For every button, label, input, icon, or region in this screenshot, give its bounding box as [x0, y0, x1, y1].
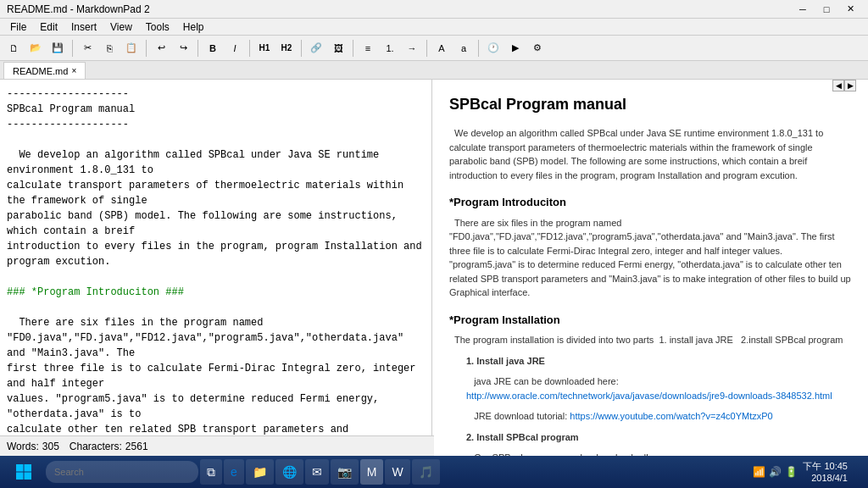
- menu-tools[interactable]: Tools: [139, 19, 176, 35]
- toolbar-sep-8: [478, 40, 479, 57]
- start-button[interactable]: [3, 459, 44, 468]
- ordered-list-button[interactable]: 1.: [380, 38, 400, 58]
- taskbar-search[interactable]: [46, 461, 198, 468]
- close-button[interactable]: ✕: [839, 2, 861, 17]
- taskbar-word[interactable]: W: [385, 459, 409, 468]
- preview-title: SPBcal Program manual: [449, 93, 851, 116]
- title-text: README.md - MarkdownPad 2: [7, 3, 150, 15]
- title-controls: ─ □ ✕: [792, 2, 861, 17]
- preview-installation-intro: The program installation is divided into…: [449, 333, 851, 347]
- preview-jre-label: 1. Install java JRE: [466, 354, 851, 369]
- svg-rect-0: [16, 464, 24, 468]
- cut-button[interactable]: ✂: [77, 38, 97, 58]
- title-bar: README.md - MarkdownPad 2 ─ □ ✕: [0, 0, 868, 19]
- toolbar: 🗋 📂 💾 ✂ ⎘ 📋 ↩ ↪ B I H1 H2 🔗 🖼 ≡ 1. → A a…: [0, 36, 868, 61]
- open-button[interactable]: 📂: [25, 38, 46, 58]
- jre-download-link[interactable]: http://www.oracle.com/technetwork/java/j…: [466, 391, 832, 401]
- editor-content[interactable]: -------------------- SPBcal Program manu…: [7, 86, 425, 468]
- tab-close-button[interactable]: ×: [71, 66, 76, 75]
- words-count: 305: [42, 441, 59, 452]
- taskbar-chrome[interactable]: 🌐: [275, 459, 303, 468]
- pane-next-button[interactable]: ▶: [844, 80, 856, 92]
- taskbar-mail[interactable]: ✉: [305, 459, 329, 468]
- copy-button[interactable]: ⎘: [99, 38, 120, 58]
- taskbar-edge[interactable]: e: [224, 459, 244, 468]
- taskbar-clock[interactable]: 下午 10:45 2018/4/1: [803, 460, 848, 468]
- taskbar-system-icons: 📶 🔊 🔋: [753, 466, 798, 468]
- preview-spb-label: 2. Install SPBcal program: [466, 430, 851, 445]
- chars-count: 2561: [125, 441, 148, 452]
- bold-button[interactable]: B: [203, 38, 223, 58]
- toolbar-sep-1: [72, 40, 73, 57]
- preview-jre-tutorial: JRE download tutorial: https://www.youtu…: [466, 409, 851, 424]
- menu-insert[interactable]: Insert: [64, 19, 103, 35]
- preview-heading-intro: *Program Introduciton: [449, 194, 851, 211]
- preview-pane[interactable]: SPBcal Program manual We develop an algo…: [432, 80, 868, 468]
- new-button[interactable]: 🗋: [3, 38, 24, 58]
- taskbar: ⧉ e 📁 🌐 ✉ 📷 M W 🎵 📶 🔊 🔋 下午 10:45 2018/4/…: [0, 456, 868, 468]
- pane-nav: ◀ ▶: [832, 80, 856, 92]
- menu-help[interactable]: Help: [176, 19, 211, 35]
- undo-button[interactable]: ↩: [151, 38, 171, 58]
- paste-button[interactable]: 📋: [121, 38, 142, 58]
- pane-prev-button[interactable]: ◀: [832, 80, 844, 92]
- h1-button[interactable]: H1: [254, 38, 275, 58]
- taskbar-right: 📶 🔊 🔋 下午 10:45 2018/4/1: [753, 459, 865, 468]
- maximize-button[interactable]: □: [815, 2, 837, 17]
- preview-button[interactable]: ▶: [505, 38, 526, 58]
- main-content: -------------------- SPBcal Program manu…: [0, 80, 868, 468]
- italic-button[interactable]: I: [225, 38, 245, 58]
- jre-tutorial-link[interactable]: https://www.youtube.com/watch?v=z4c0YMtz…: [570, 411, 772, 421]
- readme-tab[interactable]: README.md ×: [3, 62, 86, 79]
- toolbar-sep-6: [353, 40, 353, 57]
- editor-pane[interactable]: -------------------- SPBcal Program manu…: [0, 80, 432, 468]
- taskbar-time-display: 下午 10:45: [803, 460, 848, 468]
- network-icon: 📶: [753, 466, 765, 468]
- indent-button[interactable]: →: [402, 38, 422, 58]
- link-button[interactable]: 🔗: [306, 38, 326, 58]
- volume-icon: 🔊: [769, 466, 782, 468]
- redo-button[interactable]: ↪: [173, 38, 193, 58]
- toolbar-sep-4: [249, 40, 250, 57]
- battery-icon: 🔋: [785, 466, 798, 468]
- preview-heading-installation: *Program Installation: [449, 312, 851, 329]
- list-button[interactable]: ≡: [358, 38, 378, 58]
- status-bar: Words: 305 Characters: 2561: [0, 435, 434, 456]
- image-button[interactable]: 🖼: [328, 38, 348, 58]
- font-size-small-button[interactable]: a: [453, 38, 474, 58]
- menu-bar: File Edit Insert View Tools Help: [0, 19, 868, 36]
- menu-file[interactable]: File: [3, 19, 33, 35]
- show-desktop-button[interactable]: [853, 459, 858, 468]
- chars-label: Characters:: [70, 441, 122, 452]
- words-label: Words:: [7, 441, 39, 452]
- toolbar-sep-2: [146, 40, 147, 57]
- settings-button[interactable]: ⚙: [527, 38, 548, 58]
- windows-icon: [15, 463, 32, 468]
- preview-intro-content: There are six files in the program named…: [449, 216, 851, 300]
- save-button[interactable]: 💾: [47, 38, 68, 58]
- taskbar-photos[interactable]: 📷: [331, 459, 359, 468]
- timestamp-button[interactable]: 🕐: [483, 38, 504, 58]
- minimize-button[interactable]: ─: [792, 2, 814, 17]
- preview-install-item-1: 1. Install java JRE java JRE can be down…: [466, 354, 851, 424]
- svg-rect-1: [25, 464, 32, 468]
- taskbar-markdownpad[interactable]: M: [360, 459, 384, 468]
- menu-edit[interactable]: Edit: [33, 19, 64, 35]
- tab-bar: README.md ×: [0, 61, 868, 80]
- toolbar-sep-5: [301, 40, 302, 57]
- tab-label: README.md: [13, 66, 68, 76]
- preview-jre-download: java JRE can be downloaded here: http://…: [466, 374, 851, 402]
- taskbar-explorer[interactable]: 📁: [246, 459, 274, 468]
- menu-view[interactable]: View: [103, 19, 139, 35]
- preview-intro: We develop an algorithm called SPBcal un…: [449, 126, 851, 182]
- toolbar-sep-3: [198, 40, 198, 57]
- taskbar-music[interactable]: 🎵: [412, 459, 440, 468]
- task-view-button[interactable]: ⧉: [200, 459, 222, 468]
- h2-button[interactable]: H2: [276, 38, 297, 58]
- font-size-button[interactable]: A: [431, 38, 452, 58]
- toolbar-sep-7: [426, 40, 427, 57]
